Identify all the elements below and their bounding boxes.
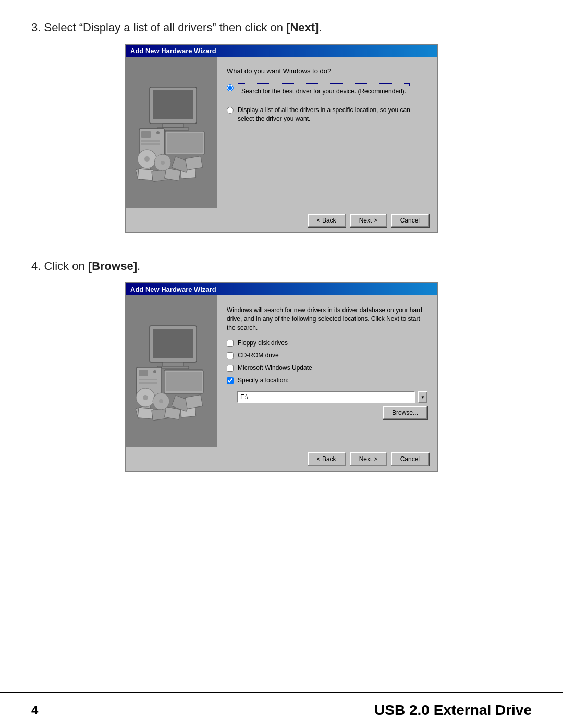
- step4-body: Windows will search for new drivers in i…: [126, 295, 437, 447]
- svg-rect-28: [139, 379, 157, 380]
- svg-rect-34: [164, 406, 180, 419]
- svg-point-8: [156, 131, 160, 134]
- computer-illustration-2: [134, 320, 210, 422]
- svg-rect-7: [141, 143, 160, 145]
- step4-checkbox1[interactable]: [227, 340, 234, 347]
- step3-question: What do you want Windows to do?: [227, 67, 427, 75]
- svg-rect-29: [139, 382, 157, 384]
- step4-right-panel: Windows will search for new drivers in i…: [217, 295, 437, 447]
- svg-point-37: [143, 395, 148, 400]
- svg-point-30: [153, 370, 156, 373]
- step3-option2-label: Display a list of all the drivers in a s…: [238, 106, 427, 124]
- step3-left-panel: [126, 57, 217, 208]
- svg-rect-43: [166, 372, 202, 391]
- step3-radio2[interactable]: [227, 107, 234, 114]
- step4-next-button[interactable]: Next >: [350, 452, 387, 466]
- step4-location-input[interactable]: [237, 391, 415, 403]
- step4-checkbox1-row: Floppy disk drives: [227, 339, 427, 347]
- step3-dialog: Add New Hardware Wizard: [125, 44, 438, 233]
- step3-option1-label: Search for the best driver for your devi…: [241, 88, 406, 95]
- step4-titlebar: Add New Hardware Wizard: [126, 283, 437, 295]
- step4-instruction: 4. Click on [Browse].: [31, 260, 532, 273]
- step3-back-button[interactable]: < Back: [308, 214, 346, 227]
- svg-rect-6: [141, 140, 160, 142]
- step3-option2: Display a list of all the drivers in a s…: [227, 106, 427, 124]
- step4-checkbox4-row: Specify a location:: [227, 377, 427, 384]
- step4-cancel-button[interactable]: Cancel: [391, 452, 429, 466]
- step4-location-row: ▼: [237, 391, 427, 403]
- svg-rect-24: [163, 362, 183, 366]
- step3-radio1[interactable]: [227, 84, 234, 91]
- step4-title-text: Add New Hardware Wizard: [130, 286, 216, 293]
- svg-point-15: [144, 156, 150, 162]
- page-footer: 4 USB 2.0 External Drive: [0, 692, 563, 728]
- step4-footer: < Back Next > Cancel: [126, 447, 437, 471]
- svg-point-39: [159, 399, 163, 403]
- step4-checkbox3-row: Microsoft Windows Update: [227, 364, 427, 372]
- svg-rect-12: [164, 168, 180, 181]
- computer-illustration-1: [134, 82, 210, 183]
- step3-next-button[interactable]: Next >: [350, 214, 387, 227]
- step3-instruction: 3. Select “Display a list of all drivers…: [31, 21, 532, 34]
- svg-rect-21: [167, 133, 203, 153]
- step4-description: Windows will search for new drivers in i…: [227, 306, 427, 332]
- step3-footer: < Back Next > Cancel: [126, 208, 437, 232]
- step4-back-button[interactable]: < Back: [308, 452, 346, 466]
- step4-dropdown-arrow[interactable]: ▼: [418, 391, 427, 403]
- step4-checkbox4[interactable]: [227, 377, 234, 384]
- step3-title-text: Add New Hardware Wizard: [130, 47, 216, 55]
- step3-right-panel: What do you want Windows to do? Search f…: [217, 57, 437, 208]
- step4-checkbox4-label: Specify a location:: [238, 377, 288, 384]
- svg-rect-10: [138, 168, 153, 180]
- step4-checkbox2[interactable]: [227, 352, 234, 359]
- step3-option1: Search for the best driver for your devi…: [227, 83, 427, 98]
- step4-checkbox3[interactable]: [227, 365, 234, 372]
- step4-dialog: Add New Hardware Wizard: [125, 282, 438, 472]
- svg-point-17: [161, 161, 165, 165]
- step4-left-panel: [126, 295, 217, 447]
- step4-browse-row: Browse...: [227, 406, 427, 419]
- step3-section: 3. Select “Display a list of all drivers…: [31, 21, 532, 233]
- step4-checkbox3-label: Microsoft Windows Update: [238, 364, 312, 372]
- step3-titlebar: Add New Hardware Wizard: [126, 45, 437, 57]
- svg-rect-5: [141, 131, 151, 138]
- step4-section: 4. Click on [Browse]. Add New Hardware W…: [31, 260, 532, 472]
- step3-cancel-button[interactable]: Cancel: [391, 214, 429, 227]
- page-number: 4: [31, 703, 38, 718]
- svg-rect-19: [185, 156, 202, 170]
- svg-rect-41: [185, 394, 202, 409]
- step4-checkbox2-row: CD-ROM drive: [227, 352, 427, 359]
- step4-checkbox1-label: Floppy disk drives: [238, 339, 288, 347]
- svg-rect-25: [157, 366, 189, 369]
- step3-body: What do you want Windows to do? Search f…: [126, 57, 437, 208]
- page-product-title: USB 2.0 External Drive: [374, 702, 532, 719]
- svg-rect-2: [163, 124, 183, 128]
- svg-rect-1: [153, 90, 193, 119]
- svg-rect-27: [139, 370, 148, 376]
- svg-rect-32: [138, 407, 153, 418]
- step4-checkbox2-label: CD-ROM drive: [238, 352, 279, 359]
- step4-browse-button[interactable]: Browse...: [383, 406, 427, 419]
- svg-rect-23: [153, 329, 193, 358]
